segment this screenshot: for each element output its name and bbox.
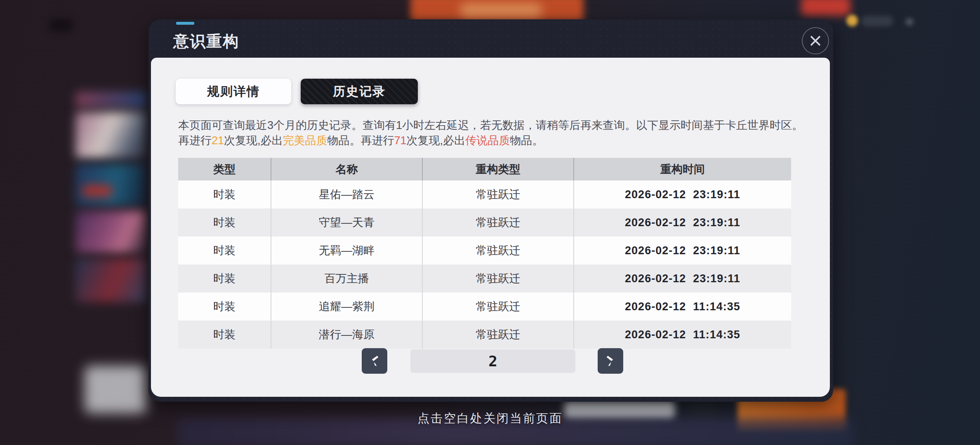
description-line-1: 本页面可查询最近3个月的历史记录。查询有1小时左右延迟，若无数据，请稍等后再来查… <box>178 118 805 133</box>
cell-item-type: 时装 <box>178 237 271 265</box>
table-row: 时装百万主播常驻跃迁2026-02-12 23:19:11 <box>178 265 791 293</box>
next-page-button[interactable] <box>598 348 623 374</box>
table-row: 时装星佑—踏云常驻跃迁2026-02-12 23:19:11 <box>178 180 791 208</box>
blurred-currency-icon <box>846 15 858 26</box>
blurred-currency-counter <box>861 16 893 26</box>
blurred-red-button <box>801 0 850 16</box>
column-header: 类型 <box>178 158 271 180</box>
cell-item-name: 追耀—紫荆 <box>271 293 423 321</box>
chevron-right-icon <box>603 354 617 368</box>
close-button[interactable] <box>802 27 829 54</box>
pagination: 2 <box>151 348 830 375</box>
close-hint-text: 点击空白处关闭当前页面 <box>0 410 980 427</box>
description-segment: 物品。再进行 <box>327 134 394 147</box>
cell-item-type: 时装 <box>178 265 271 293</box>
blurred-banner-thumbnail <box>75 112 146 158</box>
description-segment: 完美品质 <box>283 134 327 147</box>
column-header: 重构时间 <box>574 158 791 180</box>
description-segment: 再进行 <box>178 134 212 147</box>
description-segment: 21 <box>212 134 224 147</box>
table-row: 时装潜行—海原常驻跃迁2026-02-12 11:14:35 <box>178 321 791 349</box>
description-segment: 物品。 <box>510 134 543 147</box>
cell-item-name: 星佑—踏云 <box>271 180 423 208</box>
cell-item-type: 时装 <box>178 180 271 208</box>
cell-reconstruct-type: 常驻跃迁 <box>423 265 574 293</box>
cell-reconstruct-type: 常驻跃迁 <box>423 180 574 208</box>
cell-reconstruct-time: 2026-02-12 11:14:35 <box>574 293 791 321</box>
dialog-content-panel: 规则详情 历史记录 本页面可查询最近3个月的历史记录。查询有1小时左右延迟，若无… <box>151 58 830 397</box>
cell-item-name: 无羁—湖畔 <box>271 237 423 265</box>
table-body: 时装星佑—踏云常驻跃迁2026-02-12 23:19:11时装守望—天青常驻跃… <box>178 180 791 349</box>
description-segment: 71 <box>394 134 407 147</box>
cell-reconstruct-time: 2026-02-12 23:19:11 <box>574 180 791 208</box>
column-header: 名称 <box>271 158 423 180</box>
cell-item-name: 百万主播 <box>271 265 423 293</box>
tab-rule-details[interactable]: 规则详情 <box>176 79 291 104</box>
cell-reconstruct-type: 常驻跃迁 <box>423 321 574 349</box>
dialog-title: 意识重构 <box>173 31 239 52</box>
tab-history-records[interactable]: 历史记录 <box>301 79 418 104</box>
cell-reconstruct-type: 常驻跃迁 <box>423 208 574 237</box>
cell-item-name: 潜行—海原 <box>271 321 423 349</box>
cell-reconstruct-time: 2026-02-12 23:19:11 <box>574 208 791 237</box>
cell-item-type: 时装 <box>178 208 271 237</box>
blurred-banner-thumbnail <box>75 91 146 108</box>
cell-reconstruct-type: 常驻跃迁 <box>423 293 574 321</box>
description-segment: 传说品质 <box>465 134 510 147</box>
cell-reconstruct-time: 2026-02-12 11:14:35 <box>574 321 791 349</box>
cell-reconstruct-time: 2026-02-12 23:19:11 <box>574 265 791 293</box>
blurred-banner-thumbnail <box>75 164 146 206</box>
table-row: 时装守望—天青常驻跃迁2026-02-12 23:19:11 <box>178 208 791 237</box>
description-segment: 次复现,必出 <box>224 134 283 147</box>
current-page-indicator: 2 <box>410 349 575 373</box>
blurred-emblem <box>85 366 146 413</box>
chevron-left-icon <box>368 354 382 368</box>
column-header: 重构类型 <box>423 158 574 180</box>
blurred-banner-thumbnail <box>75 211 146 253</box>
description-segment: 次复现,必出 <box>407 134 466 147</box>
cell-item-type: 时装 <box>178 321 271 349</box>
description-text: 本页面可查询最近3个月的历史记录。查询有1小时左右延迟，若无数据，请稍等后再来查… <box>178 118 805 148</box>
blurred-top-banner-glow <box>460 3 542 17</box>
table-row: 时装无羁—湖畔常驻跃迁2026-02-12 23:19:11 <box>178 237 791 265</box>
cell-item-name: 守望—天青 <box>271 208 423 237</box>
cell-reconstruct-time: 2026-02-12 23:19:11 <box>574 237 791 265</box>
cell-reconstruct-type: 常驻跃迁 <box>423 237 574 265</box>
description-line-2: 再进行21次复现,必出完美品质物品。再进行71次复现,必出传说品质物品。 <box>178 133 805 148</box>
accent-dash <box>176 22 194 25</box>
blurred-ui-dot <box>906 18 913 26</box>
close-icon <box>808 34 822 48</box>
prev-page-button[interactable] <box>362 348 387 374</box>
blurred-banner-thumbnail <box>75 258 146 302</box>
table-header-row: 类型名称重构类型重构时间 <box>178 158 791 180</box>
blurred-back-button <box>49 18 73 32</box>
reconstruction-dialog: 意识重构 规则详情 历史记录 本页面可查询最近3个月的历史记录。查询有1小时左右… <box>148 19 833 402</box>
tab-bar: 规则详情 历史记录 <box>176 79 418 104</box>
cell-item-type: 时装 <box>178 293 271 321</box>
history-table: 类型名称重构类型重构时间 时装星佑—踏云常驻跃迁2026-02-12 23:19… <box>178 158 791 349</box>
table-row: 时装追耀—紫荆常驻跃迁2026-02-12 11:14:35 <box>178 293 791 321</box>
